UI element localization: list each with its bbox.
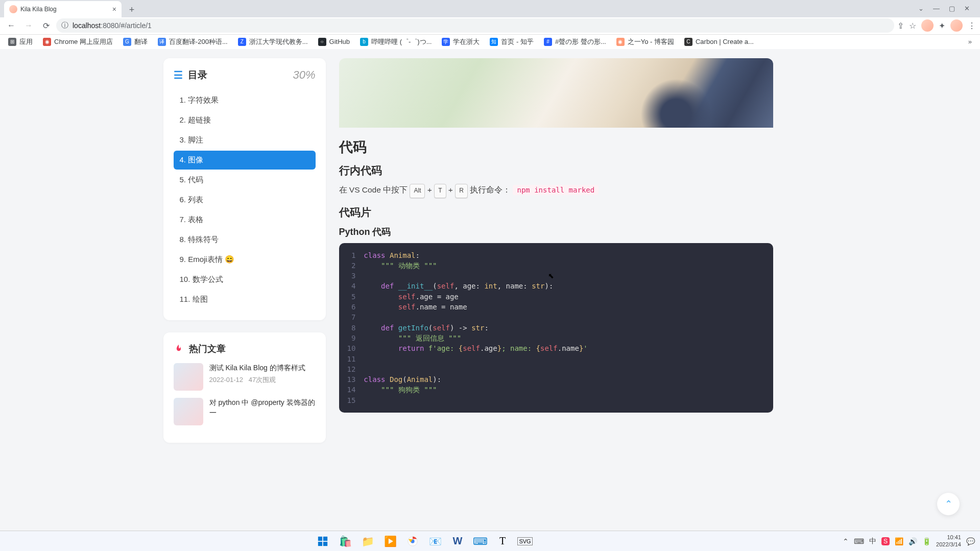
bookmark-item[interactable]: ○GitHub — [314, 36, 354, 47]
toc-card: ☰ 目录 30% 1. 字符效果2. 超链接3. 脚注4. 图像5. 代码6. … — [163, 58, 326, 320]
window-controls: ⌄ ― ▢ ✕ — [918, 5, 975, 12]
toc-item[interactable]: 7. 表格 — [174, 210, 316, 229]
close-window-icon[interactable]: ✕ — [964, 5, 970, 12]
toolbar: ← → ⟳ ⓘ localhost:8080/#/article/1 ⇪ ☆ ✦… — [0, 17, 980, 35]
tray-sogou-icon[interactable]: S — [881, 537, 890, 545]
system-tray: ⌃ ⌨ 中 S 📶 🔊 🔋 10:41 2022/3/14 💬 — [843, 534, 975, 547]
bookmark-star-icon[interactable]: ☆ — [909, 21, 916, 31]
bookmark-item[interactable]: b哔哩哔哩 (゜-゜)つ... — [356, 36, 436, 48]
kbd-t: T — [434, 184, 446, 198]
taskbar-app-media[interactable]: ▶️ — [380, 532, 400, 550]
toc-item[interactable]: 6. 列表 — [174, 190, 316, 209]
taskbar-app-store[interactable]: 🛍️ — [335, 532, 355, 550]
address-bar[interactable]: ⓘ localhost:8080/#/article/1 — [56, 18, 894, 33]
toc-item[interactable]: 9. Emoji表情 😄 — [174, 250, 316, 269]
taskbar-app-chrome[interactable] — [402, 532, 423, 550]
taskbar-center: 🛍️ 📁 ▶️ 📧 W ⌨ T SVG — [313, 532, 535, 550]
kbd-alt: Alt — [410, 184, 425, 198]
hot-thumb — [174, 363, 203, 391]
heading-python: Python 代码 — [339, 226, 773, 238]
taskbar-app-mail[interactable]: 📧 — [425, 532, 445, 550]
bookmark-item[interactable]: 知首页 - 知乎 — [486, 36, 538, 48]
profile-avatar[interactable] — [921, 19, 934, 32]
bookmark-item[interactable]: CCarbon | Create a... — [680, 36, 758, 47]
toc-item[interactable]: 1. 字符效果 — [174, 91, 316, 110]
bookmark-item[interactable]: 学学在浙大 — [438, 36, 484, 48]
heading-code: 代码 — [339, 138, 773, 156]
flame-icon — [174, 344, 184, 354]
heading-inline-code: 行内代码 — [339, 163, 773, 178]
taskbar-app-explorer[interactable]: 📁 — [357, 532, 378, 550]
bookmark-item[interactable]: ◉Chrome 网上应用店 — [39, 36, 117, 48]
close-tab-icon[interactable]: × — [112, 5, 116, 13]
line-numbers: 123456789101112131415 — [339, 250, 364, 405]
reload-button[interactable]: ⟳ — [39, 18, 53, 33]
code-block: 123456789101112131415 class Animal: """ … — [339, 243, 773, 413]
bookmark-item[interactable]: 译百度翻译-200种语... — [154, 36, 232, 48]
clock[interactable]: 10:41 2022/3/14 — [936, 534, 961, 547]
site-info-icon[interactable]: ⓘ — [61, 21, 68, 30]
tray-icon[interactable]: ⌨ — [854, 537, 864, 545]
chevron-down-icon[interactable]: ⌄ — [918, 5, 924, 12]
taskbar-app-svg[interactable]: SVG — [515, 532, 535, 550]
url-text: localhost:8080/#/article/1 — [73, 21, 152, 30]
hot-article-title: 测试 Kila Kila Blog 的博客样式 — [209, 363, 316, 373]
battery-icon[interactable]: 🔋 — [922, 537, 931, 545]
ext-avatar[interactable] — [950, 19, 963, 32]
svg-rect-3 — [323, 541, 327, 545]
share-icon[interactable]: ⇪ — [897, 21, 904, 31]
hot-article-item[interactable]: 对 python 中 @property 装饰器的一 — [174, 398, 316, 425]
toc-item[interactable]: 10. 数学公式 — [174, 270, 316, 289]
forward-button[interactable]: → — [21, 18, 36, 33]
hot-thumb — [174, 398, 203, 425]
menu-icon[interactable]: ⋮ — [968, 21, 976, 31]
volume-icon[interactable]: 🔊 — [909, 537, 917, 545]
taskbar-app-word[interactable]: W — [447, 532, 468, 550]
browser-tab[interactable]: Kila Kila Blog × — [4, 1, 122, 17]
back-button[interactable]: ← — [4, 18, 18, 33]
toc-item[interactable]: 2. 超链接 — [174, 111, 316, 130]
heading-snippet: 代码片 — [339, 205, 773, 220]
code-content: class Animal: """ 动物类 """ def __init__(s… — [364, 250, 773, 405]
toolbar-right: ⇪ ☆ ✦ ⋮ — [897, 19, 976, 32]
sidebar: ☰ 目录 30% 1. 字符效果2. 超链接3. 脚注4. 图像5. 代码6. … — [163, 58, 326, 531]
taskbar-app-text[interactable]: T — [492, 532, 513, 550]
svg-rect-2 — [318, 541, 322, 545]
scroll-to-top-button[interactable]: ⌃ — [937, 493, 960, 515]
toc-item[interactable]: 3. 脚注 — [174, 131, 316, 150]
tray-icon[interactable]: 中 — [869, 537, 876, 546]
extensions-icon[interactable]: ✦ — [939, 21, 945, 31]
wifi-icon[interactable]: 📶 — [895, 537, 903, 545]
bookmark-item[interactable]: ##聲の形 聲の形... — [540, 36, 610, 48]
browser-chrome: Kila Kila Blog × + ⌄ ― ▢ ✕ ← → ⟳ ⓘ local… — [0, 0, 980, 49]
svg-rect-0 — [318, 536, 322, 540]
bookmark-item[interactable]: ◉之一Yo - 博客园 — [612, 36, 678, 48]
article-hero-image — [339, 58, 773, 128]
inline-code-paragraph: 在 VS Code 中按下 Alt + T + R 执行命令： npm inst… — [339, 183, 773, 198]
apps-button[interactable]: ⊞应用 — [4, 36, 37, 48]
toc-item[interactable]: 11. 绘图 — [174, 290, 316, 309]
new-tab-button[interactable]: + — [125, 3, 139, 17]
notifications-icon[interactable]: 💬 — [966, 537, 975, 545]
maximize-icon[interactable]: ▢ — [949, 5, 955, 12]
tray-chevron-icon[interactable]: ⌃ — [843, 537, 849, 545]
toc-item[interactable]: 4. 图像 — [174, 151, 316, 170]
inline-code: npm install marked — [513, 185, 599, 195]
toc-item[interactable]: 5. 代码 — [174, 171, 316, 189]
bookmark-item[interactable]: G翻译 — [119, 36, 152, 48]
kbd-r: R — [455, 184, 468, 198]
minimize-icon[interactable]: ― — [933, 5, 940, 12]
tab-title: Kila Kila Blog — [20, 6, 57, 13]
windows-taskbar: 🛍️ 📁 ▶️ 📧 W ⌨ T SVG ⌃ ⌨ 中 S 📶 🔊 🔋 10:41 … — [0, 531, 980, 551]
taskbar-app-vscode[interactable]: ⌨ — [470, 532, 490, 550]
hot-articles-card: 热门文章 测试 Kila Kila Blog 的博客样式 2022-01-12 … — [163, 332, 326, 443]
toc-list: 1. 字符效果2. 超链接3. 脚注4. 图像5. 代码6. 列表7. 表格8.… — [174, 91, 316, 309]
hot-article-item[interactable]: 测试 Kila Kila Blog 的博客样式 2022-01-12 47次围观 — [174, 363, 316, 391]
favicon — [9, 5, 17, 13]
toc-progress: 30% — [293, 68, 315, 82]
hot-article-meta: 2022-01-12 47次围观 — [209, 375, 316, 385]
start-button[interactable] — [313, 532, 333, 550]
toc-item[interactable]: 8. 特殊符号 — [174, 230, 316, 249]
bookmarks-overflow-icon[interactable]: » — [964, 38, 976, 45]
bookmark-item[interactable]: Z浙江大学现代教务... — [234, 36, 312, 48]
